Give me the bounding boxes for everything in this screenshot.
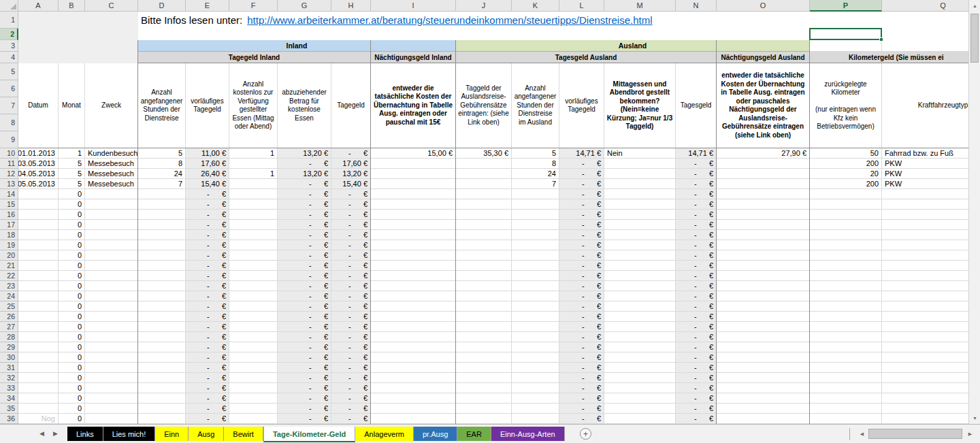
cell-M34[interactable] xyxy=(604,393,676,404)
cell-B36[interactable]: 0 xyxy=(59,414,85,424)
cell-L27[interactable]: - € xyxy=(559,322,604,332)
row-header-19[interactable]: 19 xyxy=(0,240,18,250)
cell-E32[interactable]: - € xyxy=(186,373,229,383)
row-header-29[interactable]: 29 xyxy=(0,342,18,352)
cell-Q17[interactable] xyxy=(882,220,968,230)
cell-Q25[interactable] xyxy=(882,301,968,312)
row-header-5[interactable]: 5 xyxy=(0,63,18,80)
cell-J29[interactable] xyxy=(456,342,512,352)
cell-Q3[interactable] xyxy=(882,40,968,52)
row-header-1[interactable]: 1 xyxy=(0,12,18,29)
cell-N12[interactable]: - € xyxy=(676,169,717,179)
cell-G19[interactable]: - € xyxy=(278,240,331,250)
cell-M29[interactable] xyxy=(604,342,676,352)
column-label-K[interactable]: Anzahl angefangener Stunden der Dienstre… xyxy=(512,63,559,148)
cell-H10[interactable]: - € xyxy=(331,148,371,159)
cell-E26[interactable]: - € xyxy=(186,312,229,322)
cell-O31[interactable] xyxy=(717,363,810,373)
cell-P32[interactable] xyxy=(810,373,882,383)
cell-Q18[interactable] xyxy=(882,230,968,240)
sheet-tab-anlageverm[interactable]: Anlageverm xyxy=(355,427,414,441)
cell-M31[interactable] xyxy=(604,363,676,373)
cell-O24[interactable] xyxy=(717,291,810,301)
cell-D13[interactable]: 7 xyxy=(138,179,186,189)
cell-A12[interactable]: 04.05.2013 xyxy=(18,169,59,179)
cell-C15[interactable] xyxy=(85,199,138,210)
cell-L16[interactable]: - € xyxy=(559,210,604,220)
row-header-23[interactable]: 23 xyxy=(0,281,18,291)
column-header-F[interactable]: F xyxy=(229,0,278,12)
cell-N36[interactable]: - € xyxy=(676,414,717,424)
cell-C33[interactable] xyxy=(85,383,138,393)
cell-H17[interactable]: - € xyxy=(331,220,371,230)
sheet-tab-ear[interactable]: EAR xyxy=(457,427,491,441)
cell-Q13[interactable]: PKW xyxy=(882,179,968,189)
cell-L19[interactable]: - € xyxy=(559,240,604,250)
cell-H36[interactable]: - € xyxy=(331,414,371,424)
cell-F33[interactable] xyxy=(229,383,278,393)
cell-J30[interactable] xyxy=(456,352,512,363)
row-header-12[interactable]: 12 xyxy=(0,169,18,179)
cell-I25[interactable] xyxy=(371,301,456,312)
cell-J33[interactable] xyxy=(456,383,512,393)
cell-M11[interactable] xyxy=(604,159,676,169)
cell-Q28[interactable] xyxy=(882,332,968,342)
cell-Q26[interactable] xyxy=(882,312,968,322)
cell-P3[interactable] xyxy=(810,40,882,52)
cell-E21[interactable]: - € xyxy=(186,261,229,271)
cell-L36[interactable]: - € xyxy=(559,414,604,424)
cell-J23[interactable] xyxy=(456,281,512,291)
cell-F19[interactable] xyxy=(229,240,278,250)
cell-I24[interactable] xyxy=(371,291,456,301)
cell-K13[interactable]: 7 xyxy=(512,179,559,189)
row-header-35[interactable]: 35 xyxy=(0,404,18,414)
cell-G13[interactable]: - € xyxy=(278,179,331,189)
cell-M33[interactable] xyxy=(604,383,676,393)
cell-N20[interactable]: - € xyxy=(676,250,717,261)
column-label-N[interactable]: Tagesgeld xyxy=(676,63,717,148)
column-header-G[interactable]: G xyxy=(278,0,331,12)
cell-F22[interactable] xyxy=(229,271,278,281)
cell-H20[interactable]: - € xyxy=(331,250,371,261)
cell-G16[interactable]: - € xyxy=(278,210,331,220)
cell-M25[interactable] xyxy=(604,301,676,312)
cell-O35[interactable] xyxy=(717,404,810,414)
cell-M36[interactable] xyxy=(604,414,676,424)
cell-J35[interactable] xyxy=(456,404,512,414)
cell-B17[interactable]: 0 xyxy=(59,220,85,230)
cell-I31[interactable] xyxy=(371,363,456,373)
cell-N26[interactable]: - € xyxy=(676,312,717,322)
row-header-14[interactable]: 14 xyxy=(0,189,18,199)
cell-I23[interactable] xyxy=(371,281,456,291)
cell-K36[interactable] xyxy=(512,414,559,424)
cell-Q19[interactable] xyxy=(882,240,968,250)
cell-H19[interactable]: - € xyxy=(331,240,371,250)
cell-A15[interactable] xyxy=(18,199,59,210)
cell-P30[interactable] xyxy=(810,352,882,363)
cell-F21[interactable] xyxy=(229,261,278,271)
scroll-down-icon[interactable]: ▼ xyxy=(969,412,980,424)
column-label-L[interactable]: vorläufiges Tagegeld xyxy=(559,63,604,148)
cell-F31[interactable] xyxy=(229,363,278,373)
cell-P12[interactable]: 20 xyxy=(810,169,882,179)
sheet-tab-einn-ausg-arten[interactable]: Einn-Ausg-Arten xyxy=(491,427,565,441)
cell-P27[interactable] xyxy=(810,322,882,332)
cell-N27[interactable]: - € xyxy=(676,322,717,332)
cell-K16[interactable] xyxy=(512,210,559,220)
cell-D27[interactable] xyxy=(138,322,186,332)
column-label-H[interactable]: Tagegeld xyxy=(331,63,371,148)
sheet-tab-bewirt[interactable]: Bewirt xyxy=(224,427,263,441)
cell-N22[interactable]: - € xyxy=(676,271,717,281)
cell-N35[interactable]: - € xyxy=(676,404,717,414)
cell-Q16[interactable] xyxy=(882,210,968,220)
cell-M24[interactable] xyxy=(604,291,676,301)
scroll-right-icon[interactable]: ▶ xyxy=(964,427,976,440)
cell-C21[interactable] xyxy=(85,261,138,271)
cell-C16[interactable] xyxy=(85,210,138,220)
cell-C23[interactable] xyxy=(85,281,138,291)
cell-I35[interactable] xyxy=(371,404,456,414)
cell-A31[interactable] xyxy=(18,363,59,373)
cell-H12[interactable]: 13,20 € xyxy=(331,169,371,179)
cell-J15[interactable] xyxy=(456,199,512,210)
cell-D16[interactable] xyxy=(138,210,186,220)
